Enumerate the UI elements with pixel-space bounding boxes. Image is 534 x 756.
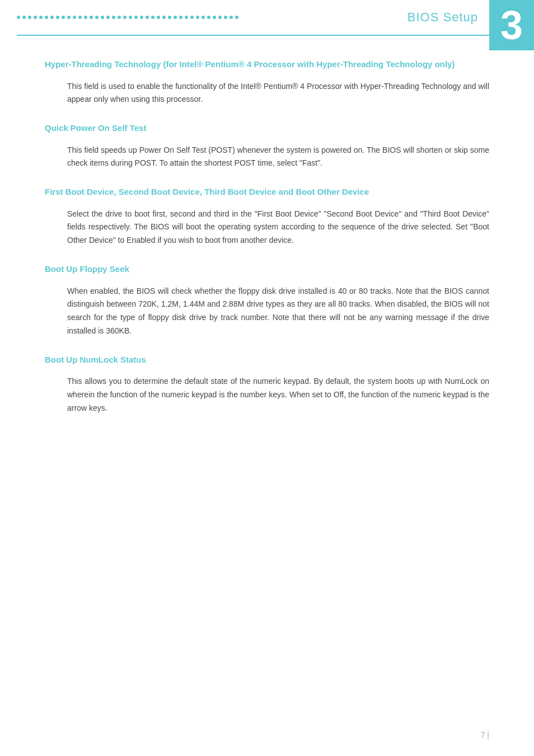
header-dot: [174, 16, 177, 19]
header-dot: [196, 16, 199, 19]
header-dot: [202, 16, 205, 19]
section-heading-quick-post: Quick Power On Self Test: [45, 122, 489, 135]
body-text-boot-device: Select the drive to boot first, second a…: [45, 208, 489, 247]
header-dot: [90, 16, 93, 19]
body-text-hyper-threading: This field is used to enable the functio…: [45, 80, 489, 107]
header-dot: [78, 16, 82, 19]
header-dot: [207, 16, 210, 19]
header-dot: [106, 16, 110, 19]
section-heading-hyper-threading: Hyper-Threading Technology (for Intel® P…: [45, 58, 489, 71]
header-title: BIOS Setup: [407, 10, 478, 25]
header-dot: [73, 16, 76, 19]
header-dot: [185, 16, 188, 19]
header-dot: [56, 16, 59, 19]
body-text-quick-post: This field speeds up Power On Self Test …: [45, 144, 489, 171]
section-heading-boot-floppy: Boot Up Floppy Seek: [45, 263, 489, 276]
page-number: 7 |: [481, 730, 489, 739]
header-dot: [17, 16, 20, 19]
header-dot: [84, 16, 87, 19]
page-container: 3 BIOS Setup Hyper-Threading Technology …: [0, 0, 534, 756]
header-dot: [118, 16, 121, 19]
dots-line: [17, 16, 238, 19]
header-dot: [95, 16, 99, 19]
header-dot: [129, 16, 132, 19]
header-dot: [229, 16, 233, 19]
header-dot: [123, 16, 127, 19]
main-content: Hyper-Threading Technology (for Intel® P…: [0, 36, 534, 454]
header-dot: [34, 16, 37, 19]
header-dot: [151, 16, 154, 19]
header-dot: [190, 16, 194, 19]
header-dot: [162, 16, 166, 19]
header-dot: [218, 16, 222, 19]
header-dot: [224, 16, 227, 19]
header-dot: [45, 16, 48, 19]
header-dot: [140, 16, 143, 19]
header-dot: [168, 16, 171, 19]
header-dot: [22, 16, 26, 19]
header-dot: [28, 16, 31, 19]
section-heading-boot-numlock: Boot Up NumLock Status: [45, 354, 489, 367]
header-dot: [235, 16, 238, 19]
header-dot: [50, 16, 54, 19]
header-dot: [146, 16, 149, 19]
header-dot: [67, 16, 71, 19]
section-heading-boot-device: First Boot Device, Second Boot Device, T…: [45, 186, 489, 199]
header-dot: [39, 16, 43, 19]
header-dot: [213, 16, 216, 19]
header-bar: BIOS Setup: [0, 0, 534, 35]
header-dot: [112, 16, 115, 19]
header-dot: [62, 16, 65, 19]
header-dot: [101, 16, 104, 19]
body-text-boot-floppy: When enabled, the BIOS will check whethe…: [45, 285, 489, 338]
body-text-boot-numlock: This allows you to determine the default…: [45, 375, 489, 415]
header-dot: [134, 16, 138, 19]
header-dot: [179, 16, 182, 19]
header-dot: [157, 16, 160, 19]
